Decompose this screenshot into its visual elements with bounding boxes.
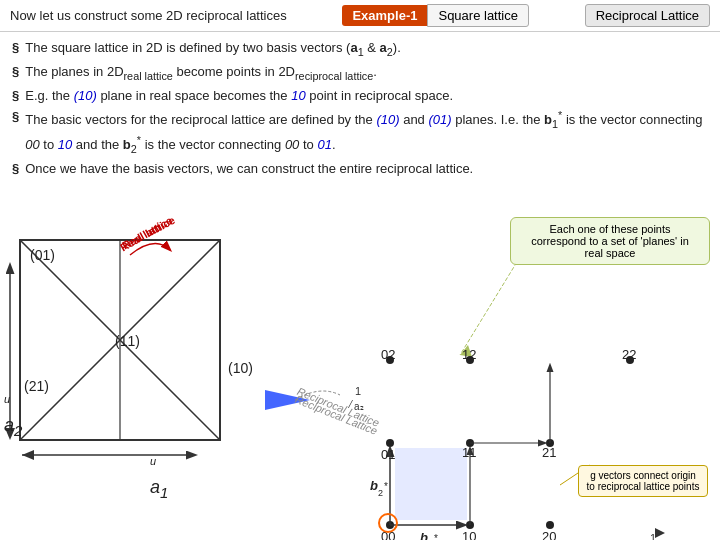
svg-text:1: 1	[650, 532, 656, 540]
header-left-text: Now let us construct some 2D reciprocal …	[10, 8, 287, 23]
rp-12: 12	[462, 347, 476, 362]
bullet-text-4: The basic vectors for the reciprocal lat…	[25, 107, 708, 157]
svg-text:b: b	[370, 478, 378, 493]
svg-marker-5	[22, 450, 34, 460]
bullet-text-3: E.g. the (10) plane in real space become…	[25, 86, 453, 106]
origin-circle	[378, 513, 398, 533]
rp-10: 10	[462, 529, 476, 540]
callout-box: Each one of these points correspond to a…	[510, 217, 710, 265]
bullet-1: § The square lattice in 2D is defined by…	[12, 38, 708, 60]
bullets-section: § The square lattice in 2D is defined by…	[0, 32, 720, 185]
g-vectors-text: g vectors connect origin to reciprocal l…	[587, 470, 700, 492]
bullet-2: § The planes in 2Dreal lattice become po…	[12, 62, 708, 84]
bullet-sym-1: §	[12, 38, 19, 58]
label-10: (10)	[228, 360, 253, 376]
label-01: (01)	[30, 247, 55, 263]
svg-rect-26	[395, 448, 467, 520]
a2-label: ua2	[4, 393, 22, 439]
rp-11: 11	[462, 445, 476, 460]
rp-01: 01	[381, 447, 395, 462]
real-lattice-text: Real lattice	[120, 214, 177, 252]
example-badge: Example-1	[342, 5, 427, 26]
bullet-3: § E.g. the (10) plane in real space beco…	[12, 86, 708, 106]
diagram-area: b 2 * b 1 * 1 ⁄ a₂ 1 ⁄ a₁ Real lattice R…	[0, 185, 720, 540]
header: Now let us construct some 2D reciprocal …	[0, 0, 720, 32]
svg-text:1: 1	[355, 385, 361, 397]
svg-text:*: *	[434, 533, 438, 540]
bullet-4: § The basic vectors for the reciprocal l…	[12, 107, 708, 157]
a1-label: ua1	[150, 455, 168, 501]
svg-point-13	[466, 521, 474, 529]
bullet-sym-3: §	[12, 86, 19, 106]
bullet-text-2: The planes in 2Dreal lattice become poin…	[25, 62, 377, 84]
bullet-text-5: Once we have the basis vectors, we can c…	[25, 159, 473, 179]
svg-text:b: b	[420, 530, 428, 540]
svg-text:2: 2	[378, 488, 383, 498]
svg-marker-39	[655, 528, 665, 538]
reciprocal-lattice-header: Reciprocal Lattice	[585, 4, 710, 27]
svg-point-15	[386, 439, 394, 447]
bullet-sym-5: §	[12, 159, 19, 179]
callout-text: Each one of these points correspond to a…	[531, 223, 689, 259]
svg-line-9	[460, 257, 520, 355]
rp-20: 20	[542, 529, 556, 540]
svg-text:*: *	[384, 481, 388, 492]
label-11: (11)	[115, 333, 140, 349]
rp-02: 02	[381, 347, 395, 362]
g-vectors-box: g vectors connect origin to reciprocal l…	[578, 465, 708, 497]
rp-21: 21	[542, 445, 556, 460]
bullet-sym-2: §	[12, 62, 19, 82]
svg-point-14	[546, 521, 554, 529]
header-center: Example-1 Square lattice	[342, 4, 529, 27]
rp-22: 22	[622, 347, 636, 362]
label-21: (21)	[24, 378, 49, 394]
bullet-text-1: The square lattice in 2D is defined by t…	[25, 38, 401, 60]
bullet-sym-4: §	[12, 107, 19, 127]
bullet-5: § Once we have the basis vectors, we can…	[12, 159, 708, 179]
square-lattice-label: Square lattice	[427, 4, 529, 27]
